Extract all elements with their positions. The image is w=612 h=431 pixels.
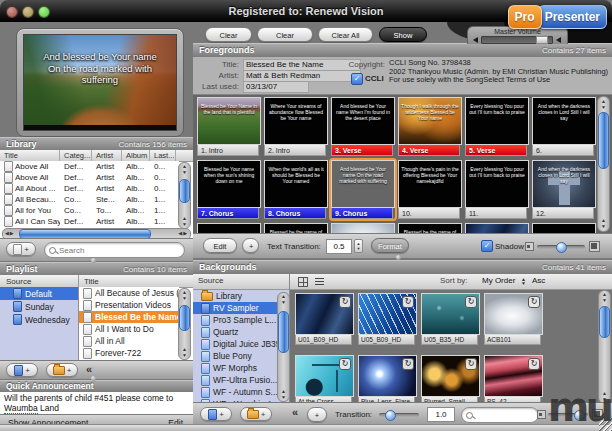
- backgrounds-scrollbar[interactable]: ▲▼ ▲▼: [598, 290, 611, 404]
- add-slide-button[interactable]: +: [242, 238, 259, 253]
- transition-slider[interactable]: [379, 413, 419, 417]
- playlist-item[interactable]: All I Want to Do: [79, 323, 179, 335]
- show-output-button[interactable]: Show Output: [379, 27, 427, 42]
- shadow-checkbox[interactable]: ✓: [481, 240, 493, 252]
- foreground-slide[interactable]: And blessed be Your name On the road mar…: [331, 160, 395, 219]
- playlist-item[interactable]: Forever-722: [79, 347, 179, 359]
- library-column-4[interactable]: Last...: [150, 150, 176, 161]
- background-source-item[interactable]: Blue Pony: [193, 350, 289, 362]
- zoom-button[interactable]: [38, 6, 50, 18]
- resize-grip[interactable]: [599, 418, 612, 431]
- scroll-arrows-icon[interactable]: ▲▼: [179, 216, 190, 227]
- background-thumbnail[interactable]: ↻ Blurred_Small_...: [421, 355, 480, 402]
- ccli-checkbox[interactable]: ✓: [351, 73, 363, 85]
- list-view-icon[interactable]: [315, 278, 324, 285]
- new-background-doc-button[interactable]: +: [200, 407, 232, 421]
- library-row[interactable]: Above AllDef...ArtistAlb...0...: [0, 172, 179, 183]
- playlist-source-item[interactable]: Wednesday: [0, 313, 78, 326]
- scroll-arrows-icon[interactable]: ▲▼: [599, 391, 610, 402]
- search-input[interactable]: [473, 411, 534, 420]
- foreground-slide[interactable]: Blessed be Your Name in the land that is…: [197, 97, 261, 156]
- close-button[interactable]: [6, 6, 18, 18]
- scrollbar-thumb[interactable]: [598, 112, 609, 169]
- collapse-button[interactable]: «: [292, 406, 298, 418]
- new-folder-button[interactable]: +: [46, 363, 78, 377]
- backgrounds-search[interactable]: [461, 407, 539, 423]
- panel-resize-dimple[interactable]: [91, 258, 96, 263]
- playlist-item[interactable]: All Because of Jesus (Auto): [79, 287, 179, 299]
- edit-button[interactable]: Edit: [203, 238, 237, 253]
- scroll-arrows-icon[interactable]: ▲▼: [179, 290, 190, 301]
- library-column-3[interactable]: Album: [122, 150, 150, 161]
- background-source-item[interactable]: WF-Ultra Fusio...: [193, 374, 289, 386]
- master-volume-slider[interactable]: [481, 36, 553, 44]
- shadow-slider[interactable]: [537, 245, 585, 249]
- collapse-button[interactable]: «: [86, 363, 92, 375]
- transition-slider-thumb[interactable]: [385, 410, 396, 421]
- foreground-slide[interactable]: And blessed be Your name When I'm found …: [331, 97, 395, 156]
- library-row[interactable]: All Becau...Co...Ste...Alb...1...: [0, 194, 179, 205]
- master-volume-thumb[interactable]: [536, 36, 548, 44]
- transition-value-input[interactable]: [427, 407, 455, 422]
- scroll-arrows-icon[interactable]: ▲▼: [278, 389, 289, 400]
- grid-view-icon[interactable]: [298, 277, 308, 287]
- thumb-size-slider[interactable]: [548, 413, 588, 417]
- clear-background-button[interactable]: Clear Background: [257, 27, 313, 42]
- library-column-2[interactable]: Artist: [92, 150, 122, 161]
- scroll-arrows-icon[interactable]: ▲▼: [598, 218, 609, 229]
- background-thumbnail[interactable]: ↻ At the Cross: [295, 355, 354, 402]
- slides-scrollbar[interactable]: ▲▼ ▲▼: [597, 96, 610, 232]
- library-row[interactable]: All for YouCo...To...Alb...1...: [0, 205, 179, 216]
- scroll-arrows-icon[interactable]: ▲▼: [179, 164, 190, 175]
- scrollbar-thumb[interactable]: [278, 311, 289, 353]
- foreground-slide[interactable]: Every blessing You pour out I'll turn ba…: [465, 160, 529, 219]
- library-search[interactable]: [44, 242, 185, 258]
- clear-text-button[interactable]: Clear Text: [205, 27, 252, 42]
- playlist-item[interactable]: Presentation Videos: [79, 299, 179, 311]
- panel-resize-dimple[interactable]: [396, 255, 401, 260]
- playlist-source-item[interactable]: Default: [0, 287, 78, 300]
- library-row[interactable]: All About ...Def...ArtistAlb...0...: [0, 183, 179, 194]
- library-row[interactable]: Above AllDef...ArtistAlb...0...: [0, 161, 179, 172]
- backgrounds-source-scrollbar[interactable]: ▲▼ ▲▼: [277, 292, 290, 402]
- background-source-item[interactable]: Digital Juice JB35: [193, 338, 289, 350]
- text-transition-input[interactable]: [326, 239, 352, 254]
- foreground-slide[interactable]: And when the darkness closes in Lord Sti…: [532, 160, 596, 219]
- background-source-item[interactable]: Pro3 Sample L...: [193, 314, 289, 326]
- background-source-item[interactable]: Quartz: [193, 326, 289, 338]
- clear-all-button[interactable]: Clear All: [318, 27, 373, 42]
- playlist-scrollbar[interactable]: ▲▼ ▲▼: [178, 288, 191, 360]
- scroll-arrows-icon[interactable]: ▲▼: [179, 347, 190, 358]
- background-source-item[interactable]: WF Morphs: [193, 362, 289, 374]
- add-background-button[interactable]: +: [307, 407, 327, 422]
- scroll-left-right-icon[interactable]: ◀▶: [5, 230, 15, 236]
- background-thumbnail[interactable]: ↻ U01_B09_HD: [295, 293, 354, 345]
- library-scrollbar[interactable]: ▲▼ ▲▼: [178, 162, 191, 229]
- new-background-folder-button[interactable]: +: [240, 407, 272, 421]
- playlist-source-item[interactable]: Sunday: [0, 300, 78, 313]
- new-playlist-button[interactable]: +: [6, 363, 38, 377]
- scroll-left-right-icon[interactable]: ◀▶: [178, 230, 188, 236]
- background-source-item[interactable]: WF - Autumn S...: [193, 386, 289, 398]
- foreground-slide[interactable]: When the world's all as it should be Ble…: [264, 160, 328, 219]
- sort-arrows-icon[interactable]: ▲▼: [521, 277, 526, 285]
- scrollbar-thumb[interactable]: [179, 179, 190, 203]
- scrollbar-thumb[interactable]: [179, 305, 190, 331]
- background-thumbnail[interactable]: ↻ U05_B09_HD: [358, 293, 417, 345]
- scroll-arrows-icon[interactable]: ▲▼: [598, 99, 609, 110]
- format-button[interactable]: Format: [371, 238, 409, 253]
- foreground-slide[interactable]: Where Your streams of abundance flow Ble…: [264, 97, 328, 156]
- shadow-slider-thumb[interactable]: [556, 242, 567, 253]
- background-thumbnail[interactable]: ↻ ACB101: [484, 293, 543, 345]
- foreground-slide[interactable]: And when the darkness closes in Lord Sti…: [532, 97, 596, 156]
- text-transition-stepper[interactable]: ▲▼: [354, 239, 363, 253]
- background-source-item[interactable]: RV Sampler: [193, 302, 289, 314]
- foreground-slide[interactable]: Blessed be Your name when the sun's shin…: [197, 160, 261, 219]
- shadow-large-icon[interactable]: [589, 241, 600, 252]
- foreground-slide[interactable]: Though I walk through the wilderness Ble…: [398, 97, 462, 156]
- new-document-button[interactable]: +: [6, 242, 36, 256]
- panel-resize-dimple[interactable]: [91, 376, 96, 381]
- background-thumbnail[interactable]: ↻ U05_B35_HD: [421, 293, 480, 345]
- announcement-text[interactable]: Will the parents of child #451 please co…: [0, 392, 193, 414]
- playlist-item[interactable]: Blessed Be the Name: [79, 311, 179, 323]
